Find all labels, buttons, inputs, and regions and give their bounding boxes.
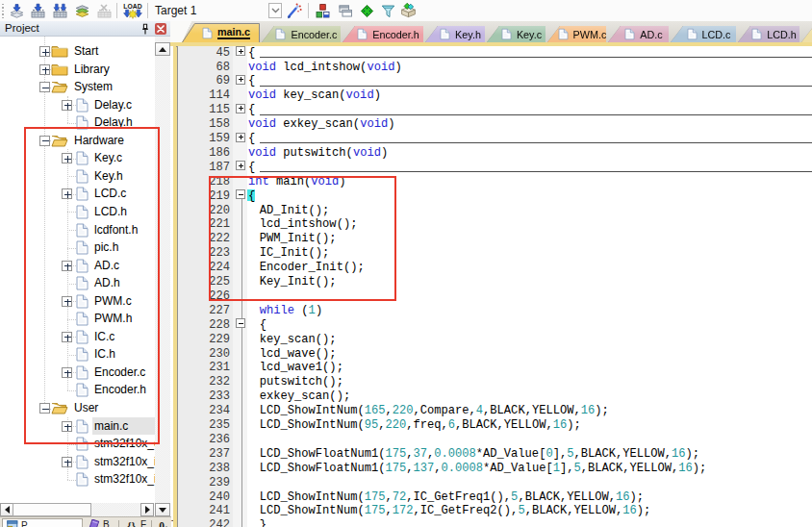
- tree-item-library[interactable]: Library: [0, 61, 155, 79]
- tree-scroll-left-button[interactable]: [0, 503, 13, 516]
- editor-tab-partial[interactable]: [801, 26, 812, 42]
- batch-build-icon: [73, 2, 91, 20]
- pin-icon[interactable]: [140, 22, 151, 35]
- build-icon: [29, 2, 47, 20]
- code-line-230: 230lcd_wave();: [178, 345, 812, 360]
- tree-item-label[interactable]: System: [74, 80, 113, 93]
- tree-scroll-up-button[interactable]: [155, 42, 170, 56]
- tree-scroll-right-button[interactable]: [140, 503, 154, 516]
- stop-build-icon: [95, 2, 114, 20]
- tree-item-start[interactable]: Start: [0, 42, 155, 61]
- panel-tab-b[interactable]: B: [85, 518, 119, 527]
- fold-expand-icon[interactable]: [236, 46, 245, 56]
- tree-item-system[interactable]: System: [0, 78, 155, 96]
- fold-expand-icon[interactable]: [236, 104, 245, 113]
- document-icon: [501, 28, 512, 39]
- expand-icon[interactable]: [39, 64, 50, 75]
- templates-icon: 01: [158, 519, 168, 527]
- tree-scroll-down-button[interactable]: [155, 503, 170, 516]
- editor-tab-encoder-c[interactable]: Encoder.c: [262, 26, 341, 42]
- panel-tab-label: F: [140, 519, 146, 527]
- editor-tab-pwm-c[interactable]: PWM.c: [547, 26, 606, 42]
- code-line-237: 237LCD_ShowFloatNum1(175,37,0.0008*AD_Va…: [178, 445, 812, 460]
- fold-collapse-icon[interactable]: [236, 318, 245, 328]
- collapse-icon[interactable]: [39, 82, 50, 92]
- code-line-229: 229key_scan();: [178, 331, 812, 345]
- panel-tab-p[interactable]: P: [2, 518, 83, 527]
- document-icon: [202, 27, 213, 38]
- left-arrow-icon: [5, 506, 10, 514]
- select-folders-button[interactable]: [336, 2, 354, 20]
- run-time-environment-button[interactable]: [358, 2, 376, 20]
- code-line-68: 68void lcd_intshow(void): [178, 59, 812, 73]
- svg-text:{}: {}: [127, 519, 136, 527]
- expand-icon[interactable]: [39, 46, 50, 57]
- expand-icon[interactable]: [62, 457, 72, 467]
- toolbar-gripper[interactable]: [2, 4, 4, 18]
- tab-label: LCD.c: [702, 29, 731, 40]
- target-select-dropdown-button[interactable]: [268, 3, 282, 18]
- tab-label: AD.c: [640, 29, 662, 40]
- close-icon: [157, 25, 165, 33]
- tree-connector-stub: [67, 444, 76, 445]
- code-line-69: 69{: [178, 72, 812, 87]
- tree-item-label[interactable]: stm32f10x_it: [94, 455, 155, 468]
- options-for-target-button[interactable]: [285, 2, 303, 20]
- project-panel-header: Project: [0, 21, 170, 37]
- tree-horizontal-scrollbar-thumb[interactable]: [13, 503, 91, 516]
- fold-expand-icon[interactable]: [236, 161, 245, 170]
- code-line-241: 241LCD_ShowIntNum(175,172,IC_GetFreq2(),…: [178, 502, 812, 516]
- download-button[interactable]: LOAD: [121, 2, 144, 20]
- editor-tab-encoder-h[interactable]: Encoder.h: [343, 26, 423, 42]
- main-function-annotation: [209, 176, 396, 302]
- code-line-236: 236: [178, 431, 812, 445]
- code-line-227: 227while (1): [178, 302, 812, 316]
- tree-connector-stub: [67, 480, 76, 481]
- tab-label: Key.c: [517, 29, 542, 40]
- rebuild-button[interactable]: [51, 2, 69, 20]
- translate-button[interactable]: [8, 2, 26, 20]
- fold-expand-icon[interactable]: [236, 75, 245, 85]
- toolbar-separator: [308, 3, 309, 18]
- code-line-45: 45{: [178, 46, 812, 59]
- editor-tab-key-h[interactable]: Key.h: [425, 26, 485, 42]
- document-icon: [357, 28, 368, 39]
- editor-tab-main-c[interactable]: main.c: [182, 23, 260, 42]
- code-line-242: 242}: [178, 516, 812, 527]
- windows-icon: [336, 2, 354, 20]
- target-select-value: Target 1: [155, 0, 196, 21]
- chevron-down-icon: [271, 8, 280, 13]
- tree-item-label[interactable]: Delay.c: [94, 98, 132, 112]
- tree-item-stm32f10x-it[interactable]: stm32f10x_it: [0, 453, 155, 471]
- tab-label: PWM.c: [573, 29, 607, 40]
- editor-tab-lcd-h[interactable]: LCD.h: [738, 26, 799, 42]
- tree-item-label[interactable]: Library: [74, 63, 110, 76]
- expand-icon[interactable]: [62, 100, 72, 111]
- panel-tab-separator: [118, 520, 119, 527]
- select-packs-button[interactable]: [379, 2, 397, 20]
- panel-tab-f[interactable]: {}F: [121, 518, 152, 527]
- tree-item-stm32f10x-it[interactable]: stm32f10x_it: [0, 470, 155, 489]
- tab-label: main.c: [217, 26, 250, 39]
- tree-item-label[interactable]: Start: [74, 44, 98, 58]
- editor-tab-ad-c[interactable]: AD.c: [608, 26, 669, 42]
- build-button[interactable]: [29, 2, 47, 20]
- manage-project-items-button[interactable]: [314, 2, 332, 20]
- tree-item-label[interactable]: stm32f10x_it: [94, 472, 155, 486]
- pack-installer-button[interactable]: [399, 2, 418, 20]
- close-panel-button[interactable]: [155, 23, 166, 35]
- panel-tab-label: P: [21, 520, 28, 527]
- toolbar-separator: [116, 3, 117, 18]
- svg-text:LOAD: LOAD: [123, 3, 141, 10]
- code-line-232: 232putswitch();: [178, 373, 812, 388]
- editor-tab-key-c[interactable]: Key.c: [487, 26, 546, 42]
- tab-label: Encoder.c: [291, 29, 337, 40]
- rebuild-icon: [51, 2, 69, 20]
- code-line-235: 235LCD_ShowIntNum(95,220,freq,6,BLACK,YE…: [178, 416, 812, 431]
- fold-expand-icon[interactable]: [236, 133, 245, 142]
- panel-tab-separator: [82, 520, 83, 527]
- code-line-186: 186void putswitch(void): [178, 144, 812, 159]
- tree-item-delay-c[interactable]: Delay.c: [0, 96, 155, 114]
- batch-build-button[interactable]: [73, 2, 91, 20]
- editor-tab-lcd-c[interactable]: LCD.c: [671, 26, 736, 42]
